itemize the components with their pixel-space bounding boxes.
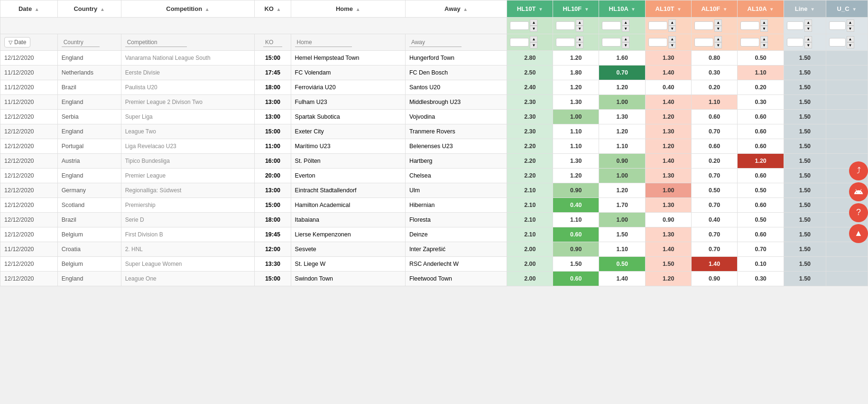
hl10f-from-spinner[interactable]: From ▲ ▼ [556, 19, 596, 32]
al10a-from-input[interactable]: From [740, 21, 759, 30]
col-header-competition[interactable]: Competition ▲ [121, 0, 255, 18]
al10f-from-up[interactable]: ▲ [714, 19, 722, 26]
al10a-to-input[interactable]: To [740, 38, 759, 47]
country-filter-input[interactable] [62, 38, 100, 47]
hl10t-to-spinner[interactable]: To ▲ ▼ [510, 36, 550, 48]
al10a-to-down[interactable]: ▼ [760, 42, 768, 48]
cell-country: England [57, 124, 121, 139]
line-to-input[interactable]: To [787, 38, 803, 47]
hl10f-from-down[interactable]: ▼ [576, 26, 583, 32]
cell-line: 1.50 [784, 154, 826, 169]
col-header-hl10t[interactable]: HL10T ▼ [507, 0, 553, 18]
uc-to-spinner[interactable]: To ▲ ▼ [829, 36, 865, 48]
al10f-to-down[interactable]: ▼ [714, 42, 722, 48]
line-to-up[interactable]: ▲ [804, 36, 812, 42]
hl10a-to-input[interactable]: To [602, 38, 621, 47]
al10a-to-up[interactable]: ▲ [760, 36, 768, 42]
col-header-away[interactable]: Away ▲ [405, 0, 507, 18]
col-header-hl10a[interactable]: HL10A ▼ [599, 0, 646, 18]
hl10t-from-down[interactable]: ▼ [530, 26, 537, 32]
away-filter-input[interactable] [409, 38, 462, 47]
al10a-from-up[interactable]: ▲ [760, 19, 768, 26]
hl10a-to-spinner[interactable]: To ▲ ▼ [602, 36, 642, 48]
hl10a-from-spinner[interactable]: From ▲ ▼ [602, 19, 642, 32]
scroll-up-button[interactable]: ▲ [849, 224, 868, 243]
share-button[interactable]: ⤴ [849, 161, 868, 180]
col-header-al10f[interactable]: AL10F ▼ [692, 0, 738, 18]
line-from-down[interactable]: ▼ [804, 26, 812, 32]
cell-line: 1.50 [784, 272, 826, 286]
hl10t-to-down[interactable]: ▼ [530, 42, 537, 48]
al10f-from-input[interactable]: From [694, 21, 713, 30]
col-header-home[interactable]: Home ▲ [291, 0, 405, 18]
hl10t-from-spinner[interactable]: From ▲ ▼ [510, 19, 550, 32]
uc-from-up[interactable]: ▲ [847, 19, 854, 26]
hl10f-from-input[interactable]: From [556, 21, 575, 30]
cell-al10f: 0.60 [692, 110, 738, 124]
col-header-al10t[interactable]: AL10T ▼ [646, 0, 692, 18]
cell-ko: 12:00 [255, 242, 291, 257]
line-from-input[interactable]: From [787, 21, 803, 30]
cell-line: 1.50 [784, 227, 826, 242]
home-filter-input[interactable] [295, 38, 352, 47]
col-header-country[interactable]: Country ▲ [57, 0, 121, 18]
al10f-to-input[interactable]: To [694, 38, 713, 47]
hl10a-from-input[interactable]: From [602, 21, 621, 30]
hl10t-to-up[interactable]: ▲ [530, 36, 537, 42]
cell-al10f: 0.70 [692, 124, 738, 139]
hl10a-to-up[interactable]: ▲ [622, 36, 629, 42]
uc-from-spinner[interactable]: From ▲ ▼ [829, 19, 865, 32]
uc-from-input[interactable]: From [829, 21, 846, 30]
cell-al10f: 0.70 [692, 242, 738, 257]
al10t-from-spinner[interactable]: From ▲ ▼ [648, 19, 688, 32]
hl10a-to-down[interactable]: ▼ [622, 42, 629, 48]
al10a-from-spinner[interactable]: From ▲ ▼ [740, 19, 781, 32]
al10t-to-input[interactable]: To [648, 38, 667, 47]
al10f-to-spinner[interactable]: To ▲ ▼ [694, 36, 734, 48]
al10f-to-up[interactable]: ▲ [714, 36, 722, 42]
col-header-date[interactable]: Date ▲ [0, 0, 58, 18]
hl10f-to-up[interactable]: ▲ [576, 36, 583, 42]
competition-filter-input[interactable] [125, 38, 187, 47]
hl10t-to-input[interactable]: To [510, 38, 529, 47]
al10f-from-spinner[interactable]: From ▲ ▼ [694, 19, 734, 32]
hl10f-to-spinner[interactable]: To ▲ ▼ [556, 36, 596, 48]
date-filter-button[interactable]: ▽ Date [4, 37, 30, 47]
cell-hl10a: 1.00 [599, 95, 646, 110]
cell-uc [826, 80, 868, 95]
al10t-to-down[interactable]: ▼ [668, 42, 676, 48]
col-header-line[interactable]: Line ▼ [784, 0, 826, 18]
uc-to-up[interactable]: ▲ [847, 36, 854, 42]
help-button[interactable]: ? [849, 203, 868, 222]
al10f-from-down[interactable]: ▼ [714, 26, 722, 32]
al10t-to-spinner[interactable]: To ▲ ▼ [648, 36, 688, 48]
cell-al10t: 1.30 [646, 124, 692, 139]
al10t-from-up[interactable]: ▲ [668, 19, 676, 26]
al10a-to-spinner[interactable]: To ▲ ▼ [740, 36, 781, 48]
hl10t-from-up[interactable]: ▲ [530, 19, 537, 26]
al10t-from-down[interactable]: ▼ [668, 26, 676, 32]
col-header-al10a[interactable]: AL10A ▼ [738, 0, 784, 18]
col-header-uc[interactable]: U_C ▼ [826, 0, 868, 18]
col-header-ko[interactable]: KO ▲ [255, 0, 291, 18]
al10t-to-up[interactable]: ▲ [668, 36, 676, 42]
hl10f-to-down[interactable]: ▼ [576, 42, 583, 48]
al10t-from-input[interactable]: From [648, 21, 667, 30]
android-button[interactable] [849, 182, 868, 201]
hl10a-from-up[interactable]: ▲ [622, 19, 629, 26]
col-header-hl10f[interactable]: HL10F ▼ [553, 0, 599, 18]
cell-date: 12/12/2020 [0, 213, 58, 227]
hl10t-from-input[interactable]: From [510, 21, 529, 30]
ko-filter-input[interactable] [263, 38, 282, 47]
line-to-spinner[interactable]: To ▲ ▼ [787, 36, 822, 48]
uc-from-down[interactable]: ▼ [847, 26, 854, 32]
al10a-from-down[interactable]: ▼ [760, 26, 768, 32]
line-from-up[interactable]: ▲ [804, 19, 812, 26]
uc-to-input[interactable]: To [829, 38, 846, 47]
uc-to-down[interactable]: ▼ [847, 42, 854, 48]
line-from-spinner[interactable]: From ▲ ▼ [787, 19, 822, 32]
hl10f-from-up[interactable]: ▲ [576, 19, 583, 26]
hl10a-from-down[interactable]: ▼ [622, 26, 629, 32]
hl10f-to-input[interactable]: To [556, 38, 575, 47]
line-to-down[interactable]: ▼ [804, 42, 812, 48]
